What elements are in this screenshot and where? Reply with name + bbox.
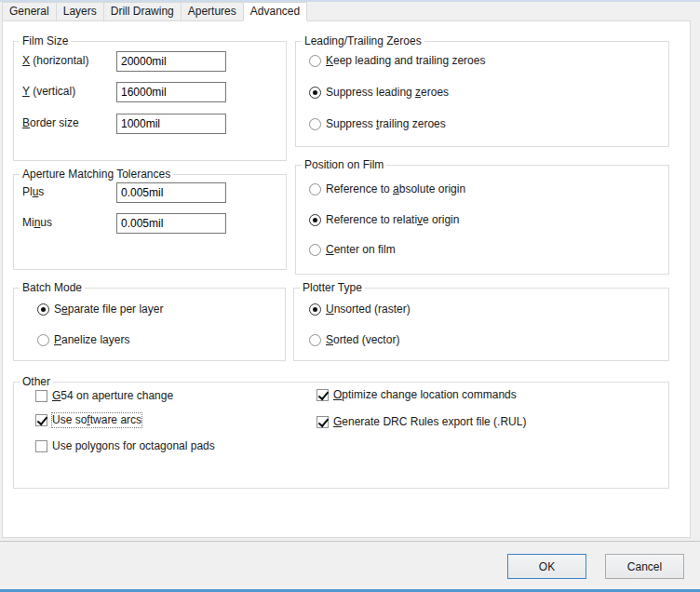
position-on-film-group: Position on Film Reference to absolute o… xyxy=(295,165,669,275)
radio-icon xyxy=(309,87,321,99)
radio-label: Sorted (vector) xyxy=(326,333,399,347)
radio-label: Suppress trailing zeroes xyxy=(326,117,446,131)
checkbox-label: Use polygons for octagonal pads xyxy=(52,439,215,453)
film-x-input[interactable] xyxy=(116,51,226,72)
radio-suppress-trailing-zeroes[interactable]: Suppress trailing zeroes xyxy=(309,116,446,132)
tab-general[interactable]: General xyxy=(2,2,57,21)
radio-icon xyxy=(309,303,321,316)
radio-icon xyxy=(309,214,321,226)
minus-tolerance-label: Minus xyxy=(22,216,52,229)
tab-bar: General Layers Drill Drawing Apertures A… xyxy=(2,2,306,21)
radio-icon xyxy=(309,334,321,346)
aperture-tolerances-group-title: Aperture Matching Tolerances xyxy=(20,168,173,181)
checkbox-use-polygons-octagonal-pads[interactable]: Use polygons for octagonal pads xyxy=(35,438,215,454)
radio-icon xyxy=(309,55,321,67)
checkbox-optimize-change-location[interactable]: Optimize change location commands xyxy=(316,387,517,403)
other-group: Other G54 on aperture change Use softwar… xyxy=(13,382,669,489)
radio-icon xyxy=(37,334,49,346)
radio-icon xyxy=(309,183,321,195)
plus-tolerance-input[interactable] xyxy=(116,182,226,203)
radio-absolute-origin[interactable]: Reference to absolute origin xyxy=(309,182,465,197)
checkbox-label: Generate DRC Rules export file (.RUL) xyxy=(333,415,526,429)
checkbox-icon xyxy=(35,414,47,426)
radio-icon xyxy=(309,118,321,130)
radio-suppress-leading-zeroes[interactable]: Suppress leading zeroes xyxy=(309,85,449,101)
radio-panelize-layers[interactable]: Panelize layers xyxy=(37,332,129,348)
cancel-button[interactable]: Cancel xyxy=(605,554,684,579)
tab-layers[interactable]: Layers xyxy=(56,2,104,21)
radio-relative-origin[interactable]: Reference to relative origin xyxy=(309,212,459,228)
tab-drill-drawing[interactable]: Drill Drawing xyxy=(103,2,182,21)
footer-separator xyxy=(0,541,700,542)
radio-sorted-vector[interactable]: Sorted (vector) xyxy=(309,332,399,348)
checkbox-label: Use software arcs xyxy=(52,413,141,427)
border-size-input[interactable] xyxy=(116,114,226,134)
checkbox-icon xyxy=(316,416,329,428)
checkbox-use-software-arcs[interactable]: Use software arcs xyxy=(35,412,141,428)
plotter-type-group-title: Plotter Type xyxy=(300,281,365,294)
tab-apertures[interactable]: Apertures xyxy=(181,2,244,21)
batch-mode-group-title: Batch Mode xyxy=(20,281,85,294)
leading-trailing-zeroes-group: Leading/Trailing Zeroes Keep leading and… xyxy=(295,41,669,147)
radio-separate-file-per-layer[interactable]: Separate file per layer xyxy=(37,302,163,317)
film-size-group: Film Size X (horizontal) Y (vertical) Bo… xyxy=(13,41,287,161)
tab-advanced[interactable]: Advanced xyxy=(243,2,307,21)
position-on-film-group-title: Position on Film xyxy=(302,158,386,171)
leading-trailing-zeroes-group-title: Leading/Trailing Zeroes xyxy=(302,34,424,47)
checkbox-generate-drc-rules[interactable]: Generate DRC Rules export file (.RUL) xyxy=(316,414,526,430)
border-size-label: Border size xyxy=(22,116,79,129)
radio-label: Unsorted (raster) xyxy=(326,303,411,316)
radio-unsorted-raster[interactable]: Unsorted (raster) xyxy=(309,302,411,317)
checkbox-label: Optimize change location commands xyxy=(333,388,517,402)
film-y-label: Y (vertical) xyxy=(22,85,75,98)
radio-icon xyxy=(309,244,321,256)
radio-keep-zeroes[interactable]: Keep leading and trailing zeroes xyxy=(309,53,485,69)
ok-button[interactable]: OK xyxy=(507,554,586,579)
checkbox-label: G54 on aperture change xyxy=(52,389,173,403)
radio-label: Panelize layers xyxy=(54,333,129,347)
radio-label: Keep leading and trailing zeroes xyxy=(326,54,485,68)
minus-tolerance-input[interactable] xyxy=(116,213,226,234)
film-x-label: X (horizontal) xyxy=(22,54,88,67)
checkbox-icon xyxy=(35,390,47,402)
checkbox-g54-on-aperture-change[interactable]: G54 on aperture change xyxy=(35,388,173,404)
radio-center-on-film[interactable]: Center on film xyxy=(309,242,396,258)
other-group-title: Other xyxy=(20,375,53,388)
plotter-type-group: Plotter Type Unsorted (raster) Sorted (v… xyxy=(293,288,669,361)
aperture-tolerances-group: Aperture Matching Tolerances Plus Minus xyxy=(13,174,287,270)
radio-icon xyxy=(37,303,49,316)
film-y-input[interactable] xyxy=(116,82,226,102)
radio-label: Center on film xyxy=(326,243,396,257)
radio-label: Separate file per layer xyxy=(54,303,163,316)
advanced-tab-panel: Film Size X (horizontal) Y (vertical) Bo… xyxy=(2,20,691,538)
radio-label: Reference to relative origin xyxy=(326,213,459,227)
batch-mode-group: Batch Mode Separate file per layer Panel… xyxy=(13,288,286,361)
plus-tolerance-label: Plus xyxy=(22,185,44,198)
checkbox-icon xyxy=(316,389,329,401)
radio-label: Suppress leading zeroes xyxy=(326,86,449,100)
checkbox-icon xyxy=(35,440,47,452)
radio-label: Reference to absolute origin xyxy=(326,182,465,196)
film-size-group-title: Film Size xyxy=(20,34,71,47)
